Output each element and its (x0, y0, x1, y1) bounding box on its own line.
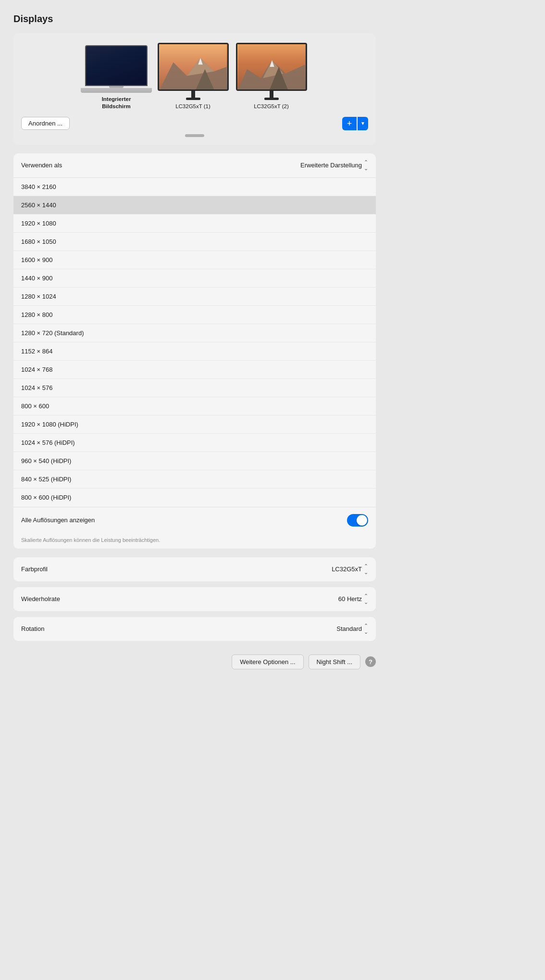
alle-aufloesungen-label: Alle Auflösungen anzeigen (21, 516, 95, 524)
farbprofil-card: Farbprofil LC32G5xT ⌃⌄ (13, 557, 376, 581)
farbprofil-row: Farbprofil LC32G5xT ⌃⌄ (13, 557, 376, 581)
scroll-indicator (185, 134, 204, 137)
resolution-item[interactable]: 1440 × 900 (13, 269, 376, 288)
monitor-screen-inner-2 (237, 44, 306, 89)
rotation-value[interactable]: Standard ⌃⌄ (336, 623, 368, 635)
resolution-item[interactable]: 3840 × 2160 (13, 178, 376, 196)
resolution-item[interactable]: 1600 × 900 (13, 251, 376, 269)
alle-aufloesungen-toggle[interactable] (347, 514, 368, 527)
monitor-base-2 (264, 98, 279, 100)
wiederholrate-text: 60 Hertz (338, 595, 362, 603)
resolution-item[interactable]: 960 × 540 (HiDPI) (13, 452, 376, 470)
resolution-item[interactable]: 840 × 525 (HiDPI) (13, 470, 376, 489)
wiederholrate-value[interactable]: 60 Hertz ⌃⌄ (338, 593, 368, 605)
verwenden-als-label: Verwenden als (21, 162, 62, 169)
farbprofil-label: Farbprofil (21, 565, 48, 573)
display-controls-row: Anordnen ... + ▼ (21, 117, 368, 130)
resolution-item[interactable]: 800 × 600 (13, 397, 376, 415)
display-label-builtin: IntegrierterBildschirm (102, 96, 131, 110)
resolution-item[interactable]: 1280 × 720 (Standard) (13, 324, 376, 342)
add-display-dropdown[interactable]: ▼ (358, 117, 368, 130)
resolution-item[interactable]: 1920 × 1080 (13, 214, 376, 233)
wiederholrate-stepper: ⌃⌄ (364, 593, 368, 605)
verwenden-als-stepper: ⌃⌄ (364, 159, 368, 172)
alle-aufloesungen-row: Alle Auflösungen anzeigen (13, 507, 376, 533)
display-item-lc1[interactable]: LC32G5xT (1) (156, 43, 230, 110)
resolution-item[interactable]: 1152 × 864 (13, 342, 376, 361)
monitor-screen-1 (158, 43, 229, 91)
resolution-item[interactable]: 1024 × 576 (HiDPI) (13, 434, 376, 452)
monitor-screen-inner-1 (159, 44, 227, 89)
wiederholrate-label: Wiederholrate (21, 595, 60, 603)
resolution-item[interactable]: 1280 × 1024 (13, 288, 376, 306)
resolution-item[interactable]: 800 × 600 (HiDPI) (13, 489, 376, 507)
display-item-lc2[interactable]: LC32G5xT (2) (234, 43, 309, 110)
add-display-button[interactable]: + (342, 117, 357, 130)
night-shift-button[interactable]: Night Shift ... (309, 654, 360, 669)
rotation-row: Rotation Standard ⌃⌄ (13, 617, 376, 641)
rotation-stepper: ⌃⌄ (364, 623, 368, 635)
laptop-base (81, 88, 152, 93)
farbprofil-stepper: ⌃⌄ (364, 563, 368, 576)
hint-text: Skalierte Auflösungen können die Leistun… (13, 533, 376, 549)
monitor-stand-2 (270, 91, 273, 98)
page-title: Displays (13, 13, 376, 25)
add-display-group: + ▼ (342, 117, 368, 130)
display-item-builtin[interactable]: IntegrierterBildschirm (81, 45, 152, 110)
resolution-item[interactable]: 1024 × 576 (13, 379, 376, 397)
verwenden-als-text: Erweiterte Darstellung (300, 162, 362, 169)
arrange-button[interactable]: Anordnen ... (21, 117, 70, 130)
display-label-lc1: LC32G5xT (1) (175, 103, 211, 110)
display-label-lc2: LC32G5xT (2) (254, 103, 289, 110)
monitor-stand-1 (191, 91, 195, 98)
bottom-buttons: Weitere Optionen ... Night Shift ... ? (13, 654, 376, 673)
monitor-screen-2 (236, 43, 307, 91)
resolution-item[interactable]: 1920 × 1080 (HiDPI) (13, 415, 376, 434)
display-picker: IntegrierterBildschirm (13, 33, 376, 145)
resolution-item[interactable]: 1280 × 800 (13, 306, 376, 324)
verwenden-als-value[interactable]: Erweiterte Darstellung ⌃⌄ (300, 159, 368, 172)
weitere-optionen-button[interactable]: Weitere Optionen ... (232, 654, 303, 669)
farbprofil-value[interactable]: LC32G5xT ⌃⌄ (332, 563, 368, 576)
wiederholrate-row: Wiederholrate 60 Hertz ⌃⌄ (13, 587, 376, 611)
resolution-item[interactable]: 1680 × 1050 (13, 233, 376, 251)
laptop-screen (85, 45, 148, 86)
wiederholrate-card: Wiederholrate 60 Hertz ⌃⌄ (13, 587, 376, 611)
verwenden-als-row: Verwenden als Erweiterte Darstellung ⌃⌄ (13, 153, 376, 178)
help-button[interactable]: ? (365, 656, 376, 667)
resolution-item[interactable]: 2560 × 1440 (13, 196, 376, 214)
resolution-list: 3840 × 21602560 × 14401920 × 10801680 × … (13, 178, 376, 507)
rotation-card: Rotation Standard ⌃⌄ (13, 617, 376, 641)
display-icons-row: IntegrierterBildschirm (81, 43, 309, 110)
verwenden-als-card: Verwenden als Erweiterte Darstellung ⌃⌄ … (13, 153, 376, 549)
rotation-text: Standard (336, 625, 362, 632)
rotation-label: Rotation (21, 625, 44, 632)
resolution-item[interactable]: 1024 × 768 (13, 361, 376, 379)
farbprofil-text: LC32G5xT (332, 565, 362, 573)
monitor-base-1 (186, 98, 200, 100)
